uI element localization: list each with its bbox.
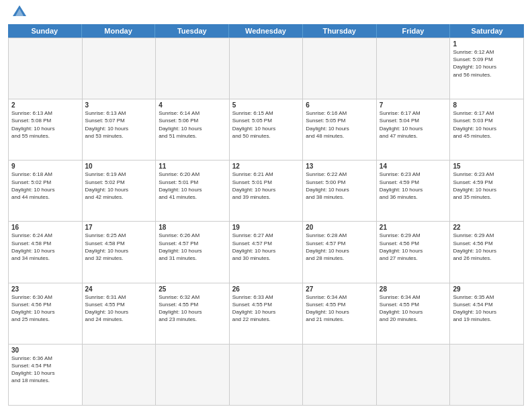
day-info: Sunrise: 6:27 AMSunset: 4:57 PMDaylight:…: [232, 232, 300, 262]
day-number: 18: [159, 224, 226, 231]
day-number: 9: [11, 163, 79, 170]
calendar-cell: 8Sunrise: 6:17 AMSunset: 5:03 PMDaylight…: [450, 99, 524, 161]
day-number: 3: [85, 101, 153, 109]
calendar-cell: 10Sunrise: 6:19 AMSunset: 5:02 PMDayligh…: [83, 161, 157, 222]
day-info: Sunrise: 6:31 AMSunset: 4:55 PMDaylight:…: [85, 293, 153, 324]
day-number: 25: [159, 285, 226, 293]
weekday-header-tuesday: Tuesday: [155, 24, 229, 38]
calendar-header: SundayMondayTuesdayWednesdayThursdayFrid…: [8, 24, 524, 38]
day-info: Sunrise: 6:18 AMSunset: 5:02 PMDaylight:…: [11, 171, 79, 201]
day-number: 1: [453, 40, 521, 48]
day-info: Sunrise: 6:13 AMSunset: 5:08 PMDaylight:…: [11, 109, 79, 140]
day-info: Sunrise: 6:15 AMSunset: 5:05 PMDaylight:…: [232, 109, 300, 140]
day-info: Sunrise: 6:23 AMSunset: 4:59 PMDaylight:…: [380, 171, 447, 201]
day-number: 2: [11, 101, 79, 109]
calendar-cell: 11Sunrise: 6:20 AMSunset: 5:01 PMDayligh…: [156, 161, 230, 222]
day-number: 22: [453, 224, 521, 231]
day-number: 11: [159, 163, 226, 170]
calendar-cell: [156, 38, 230, 99]
calendar-cell: 17Sunrise: 6:25 AMSunset: 4:58 PMDayligh…: [83, 222, 157, 283]
day-info: Sunrise: 6:25 AMSunset: 4:58 PMDaylight:…: [85, 232, 153, 262]
day-info: Sunrise: 6:22 AMSunset: 5:00 PMDaylight:…: [306, 171, 373, 201]
calendar-cell: 30Sunrise: 6:36 AMSunset: 4:54 PMDayligh…: [9, 345, 83, 406]
day-number: 10: [85, 163, 153, 170]
weekday-header-monday: Monday: [82, 24, 156, 38]
day-info: Sunrise: 6:28 AMSunset: 4:57 PMDaylight:…: [306, 232, 373, 262]
day-info: Sunrise: 6:34 AMSunset: 4:55 PMDaylight:…: [306, 293, 373, 324]
calendar-cell: 13Sunrise: 6:22 AMSunset: 5:00 PMDayligh…: [303, 161, 377, 222]
calendar-cell: 25Sunrise: 6:32 AMSunset: 4:55 PMDayligh…: [156, 283, 230, 345]
day-info: Sunrise: 6:32 AMSunset: 4:55 PMDaylight:…: [159, 293, 226, 324]
day-info: Sunrise: 6:16 AMSunset: 5:05 PMDaylight:…: [306, 109, 373, 140]
day-number: 29: [453, 285, 521, 293]
calendar-cell: 6Sunrise: 6:16 AMSunset: 5:05 PMDaylight…: [303, 99, 377, 161]
day-info: Sunrise: 6:29 AMSunset: 4:56 PMDaylight:…: [380, 232, 447, 262]
calendar-cell: 14Sunrise: 6:23 AMSunset: 4:59 PMDayligh…: [377, 161, 451, 222]
calendar-cell: [230, 38, 304, 99]
calendar-cell: 23Sunrise: 6:30 AMSunset: 4:56 PMDayligh…: [9, 283, 83, 345]
calendar-cell: 28Sunrise: 6:34 AMSunset: 4:55 PMDayligh…: [377, 283, 451, 345]
calendar-cell: 21Sunrise: 6:29 AMSunset: 4:56 PMDayligh…: [377, 222, 451, 283]
day-info: Sunrise: 6:20 AMSunset: 5:01 PMDaylight:…: [159, 171, 226, 201]
calendar-cell: 7Sunrise: 6:17 AMSunset: 5:04 PMDaylight…: [377, 99, 451, 161]
day-info: Sunrise: 6:19 AMSunset: 5:02 PMDaylight:…: [85, 171, 153, 201]
day-number: 12: [232, 163, 300, 170]
logo-area: [8, 7, 27, 19]
calendar-cell: 16Sunrise: 6:24 AMSunset: 4:58 PMDayligh…: [9, 222, 83, 283]
day-info: Sunrise: 6:30 AMSunset: 4:56 PMDaylight:…: [11, 293, 79, 324]
calendar-cell: 29Sunrise: 6:35 AMSunset: 4:54 PMDayligh…: [450, 283, 524, 345]
calendar-cell: 18Sunrise: 6:26 AMSunset: 4:57 PMDayligh…: [156, 222, 230, 283]
calendar-cell: 4Sunrise: 6:14 AMSunset: 5:06 PMDaylight…: [156, 99, 230, 161]
calendar-cell: 9Sunrise: 6:18 AMSunset: 5:02 PMDaylight…: [9, 161, 83, 222]
day-number: 20: [306, 224, 373, 231]
logo-icon: [12, 4, 27, 19]
calendar: SundayMondayTuesdayWednesdayThursdayFrid…: [8, 24, 524, 406]
calendar-cell: 19Sunrise: 6:27 AMSunset: 4:57 PMDayligh…: [230, 222, 304, 283]
day-number: 26: [232, 285, 300, 293]
day-number: 21: [380, 224, 447, 231]
calendar-cell: 27Sunrise: 6:34 AMSunset: 4:55 PMDayligh…: [303, 283, 377, 345]
day-info: Sunrise: 6:17 AMSunset: 5:04 PMDaylight:…: [380, 109, 447, 140]
calendar-cell: [377, 38, 451, 99]
day-number: 4: [159, 101, 226, 109]
calendar-cell: 5Sunrise: 6:15 AMSunset: 5:05 PMDaylight…: [230, 99, 304, 161]
day-info: Sunrise: 6:21 AMSunset: 5:01 PMDaylight:…: [232, 171, 300, 201]
logo: [8, 7, 27, 19]
day-info: Sunrise: 6:35 AMSunset: 4:54 PMDaylight:…: [453, 293, 521, 324]
calendar-cell: 2Sunrise: 6:13 AMSunset: 5:08 PMDaylight…: [9, 99, 83, 161]
day-number: 28: [380, 285, 447, 293]
day-number: 6: [306, 101, 373, 109]
day-number: 19: [232, 224, 300, 231]
day-number: 16: [11, 224, 79, 231]
day-info: Sunrise: 6:36 AMSunset: 4:54 PMDaylight:…: [11, 355, 79, 385]
day-number: 8: [453, 101, 521, 109]
calendar-cell: [83, 345, 157, 406]
calendar-cell: [303, 345, 377, 406]
day-number: 15: [453, 163, 521, 170]
day-number: 7: [380, 101, 447, 109]
page: SundayMondayTuesdayWednesdayThursdayFrid…: [0, 0, 532, 411]
calendar-cell: [156, 345, 230, 406]
calendar-cell: 1Sunrise: 6:12 AMSunset: 5:09 PMDaylight…: [450, 38, 524, 99]
day-info: Sunrise: 6:17 AMSunset: 5:03 PMDaylight:…: [453, 109, 521, 140]
calendar-cell: 20Sunrise: 6:28 AMSunset: 4:57 PMDayligh…: [303, 222, 377, 283]
calendar-cell: 15Sunrise: 6:23 AMSunset: 4:59 PMDayligh…: [450, 161, 524, 222]
day-info: Sunrise: 6:33 AMSunset: 4:55 PMDaylight:…: [232, 293, 300, 324]
weekday-header-wednesday: Wednesday: [229, 24, 303, 38]
day-info: Sunrise: 6:13 AMSunset: 5:07 PMDaylight:…: [85, 109, 153, 140]
calendar-cell: [303, 38, 377, 99]
day-info: Sunrise: 6:23 AMSunset: 4:59 PMDaylight:…: [453, 171, 521, 201]
day-number: 23: [11, 285, 79, 293]
day-info: Sunrise: 6:26 AMSunset: 4:57 PMDaylight:…: [159, 232, 226, 262]
day-info: Sunrise: 6:34 AMSunset: 4:55 PMDaylight:…: [380, 293, 447, 324]
calendar-cell: 26Sunrise: 6:33 AMSunset: 4:55 PMDayligh…: [230, 283, 304, 345]
calendar-cell: 24Sunrise: 6:31 AMSunset: 4:55 PMDayligh…: [83, 283, 157, 345]
day-info: Sunrise: 6:14 AMSunset: 5:06 PMDaylight:…: [159, 109, 226, 140]
day-info: Sunrise: 6:12 AMSunset: 5:09 PMDaylight:…: [453, 48, 521, 79]
calendar-body: 1Sunrise: 6:12 AMSunset: 5:09 PMDaylight…: [8, 38, 524, 406]
day-info: Sunrise: 6:24 AMSunset: 4:58 PMDaylight:…: [11, 232, 79, 262]
calendar-cell: [9, 38, 83, 99]
day-number: 14: [380, 163, 447, 170]
calendar-cell: [377, 345, 451, 406]
header: [8, 7, 524, 19]
